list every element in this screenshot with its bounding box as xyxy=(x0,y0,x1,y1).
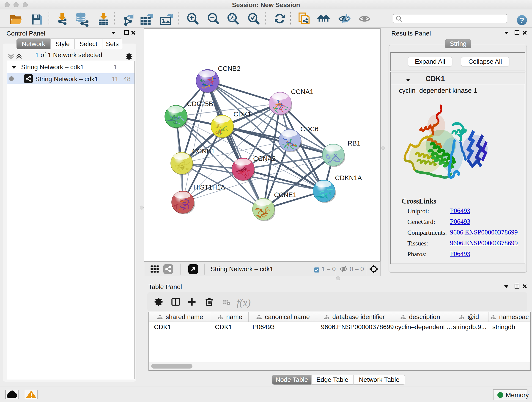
svg-text:CCNA2: CCNA2 xyxy=(253,155,276,162)
svg-text:CCNA1: CCNA1 xyxy=(291,88,313,95)
svg-text:HIST1H1A: HIST1H1A xyxy=(193,184,225,191)
svg-text:CCNB1: CCNB1 xyxy=(192,147,215,155)
svg-text:CDKN1A: CDKN1A xyxy=(335,174,362,182)
svg-text:CCNB2: CCNB2 xyxy=(218,65,240,72)
svg-text:CDC6: CDC6 xyxy=(300,125,318,133)
svg-text:CCNE1: CCNE1 xyxy=(274,191,297,198)
svg-text:CDC25B: CDC25B xyxy=(187,100,213,108)
svg-text:RB1: RB1 xyxy=(348,140,360,147)
svg-text:CDK1: CDK1 xyxy=(234,110,251,118)
